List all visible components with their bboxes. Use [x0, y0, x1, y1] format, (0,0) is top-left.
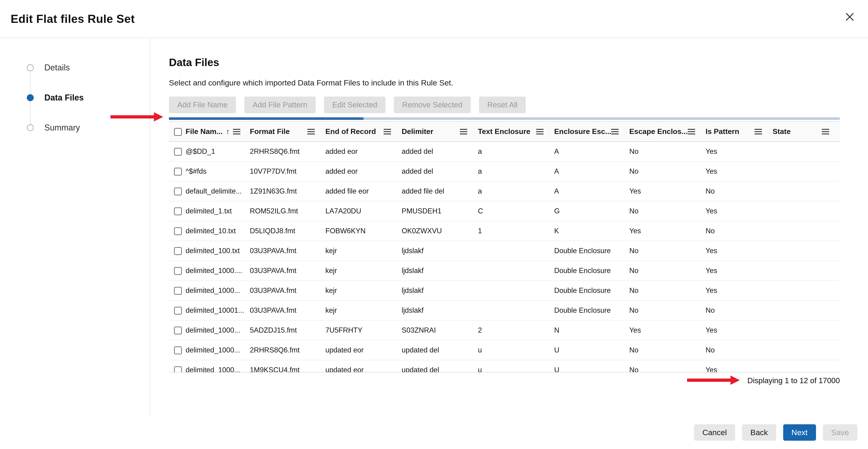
column-label: File Nam... — [186, 127, 222, 136]
table-row[interactable]: delimited_1000... 5ADZDJ15.fmt 7U5FRHTY … — [169, 320, 840, 340]
arrow-shaft — [111, 115, 154, 119]
cell-end-of-record: kejr — [326, 300, 402, 320]
cell-is-pattern: No — [706, 221, 773, 241]
add-file-pattern-button[interactable]: Add File Pattern — [244, 97, 316, 113]
row-checkbox[interactable] — [174, 207, 182, 215]
row-checkbox[interactable] — [174, 267, 182, 275]
close-button[interactable] — [842, 9, 858, 25]
row-checkbox[interactable] — [174, 327, 182, 334]
remove-selected-button[interactable]: Remove Selected — [394, 97, 470, 113]
column-menu-icon[interactable] — [754, 131, 762, 132]
column-header-end-of-record[interactable]: End of Record — [326, 122, 402, 141]
edit-selected-button[interactable]: Edit Selected — [324, 97, 385, 113]
column-menu-icon[interactable] — [822, 131, 829, 132]
column-menu-icon[interactable] — [383, 131, 391, 132]
cell-enclosure-escape: Double Enclosure — [554, 281, 629, 300]
column-menu-icon[interactable] — [536, 131, 544, 132]
column-menu-icon[interactable] — [460, 131, 467, 132]
table-row[interactable]: delimited_1.txt ROM52ILG.fmt LA7A20DU PM… — [169, 201, 840, 221]
column-header-state[interactable]: State — [773, 122, 840, 141]
row-checkbox[interactable] — [174, 188, 182, 195]
cell-file-name: delimited_1.txt — [186, 201, 250, 221]
cell-state — [773, 340, 840, 360]
cell-state — [773, 360, 840, 373]
column-label: Format File — [250, 127, 289, 136]
cell-end-of-record: FOBW6KYN — [326, 221, 402, 241]
cell-format-file: 03U3PAVA.fmt — [250, 300, 326, 320]
column-menu-icon[interactable] — [688, 131, 695, 132]
column-header-format-file[interactable]: Format File — [250, 122, 326, 141]
cell-state — [773, 281, 840, 300]
table-row[interactable]: delimited_1000... 03U3PAVA.fmt kejr ljds… — [169, 281, 840, 300]
cell-escape-enclosure: Yes — [629, 221, 706, 241]
dialog-header: Edit Flat files Rule Set — [0, 0, 868, 38]
scrollbar-thumb[interactable] — [169, 117, 364, 120]
column-label: Delimiter — [402, 127, 433, 136]
row-checkbox[interactable] — [174, 287, 182, 295]
step-summary[interactable]: Summary — [27, 123, 150, 132]
table-row[interactable]: default_delimite... 1Z91N63G.fmt added f… — [169, 181, 840, 201]
cell-delimiter: ljdslakf — [402, 241, 478, 261]
select-all-checkbox[interactable] — [174, 128, 182, 136]
dialog-footer: Cancel Back Next Save — [694, 424, 857, 441]
table-row[interactable]: delimited_1000.... 03U3PAVA.fmt kejr ljd… — [169, 261, 840, 281]
table-row[interactable]: delimited_1000... 1M9KSCU4.fmt updated e… — [169, 360, 840, 373]
column-menu-icon[interactable] — [611, 131, 619, 132]
row-checkbox[interactable] — [174, 247, 182, 255]
column-header-file-name[interactable]: File Nam... ↑ — [186, 122, 250, 141]
cell-enclosure-escape: N — [554, 320, 629, 340]
cell-is-pattern: No — [706, 181, 773, 201]
cell-format-file: D5LIQDJ8.fmt — [250, 221, 326, 241]
cell-is-pattern: Yes — [706, 201, 773, 221]
back-button[interactable]: Back — [742, 424, 776, 441]
step-data-files[interactable]: Data Files — [27, 93, 150, 102]
cell-format-file: 03U3PAVA.fmt — [250, 261, 326, 281]
cell-enclosure-escape: U — [554, 340, 629, 360]
row-checkbox[interactable] — [174, 347, 182, 354]
cell-state — [773, 300, 840, 320]
row-checkbox[interactable] — [174, 148, 182, 156]
cell-enclosure-escape: G — [554, 201, 629, 221]
cancel-button[interactable]: Cancel — [694, 424, 735, 441]
dialog-title: Edit Flat files Rule Set — [11, 12, 135, 26]
table-row[interactable]: delimited_10001... 03U3PAVA.fmt kejr ljd… — [169, 300, 840, 320]
cell-state — [773, 320, 840, 340]
cell-text-enclosure: C — [478, 201, 554, 221]
cell-escape-enclosure: Yes — [629, 181, 706, 201]
step-details[interactable]: Details — [27, 63, 150, 72]
column-header-escape-enclosure[interactable]: Escape Enclos... — [629, 122, 706, 141]
cell-text-enclosure: a — [478, 161, 554, 181]
row-checkbox[interactable] — [174, 307, 182, 315]
column-header-text-enclosure[interactable]: Text Enclosure — [478, 122, 554, 141]
annotation-arrow-scrollbar — [111, 112, 164, 122]
cell-is-pattern: Yes — [706, 161, 773, 181]
save-button[interactable]: Save — [823, 424, 858, 441]
column-header-is-pattern[interactable]: Is Pattern — [706, 122, 773, 141]
column-header-delimiter[interactable]: Delimiter — [402, 122, 478, 141]
table-row[interactable]: delimited_10.txt D5LIQDJ8.fmt FOBW6KYN O… — [169, 221, 840, 241]
step-circle-icon — [27, 64, 34, 71]
column-header-enclosure-escape[interactable]: Enclosure Esc... — [554, 122, 629, 141]
column-menu-icon[interactable] — [233, 131, 240, 132]
column-menu-icon[interactable] — [307, 131, 315, 132]
cell-is-pattern: Yes — [706, 320, 773, 340]
row-checkbox[interactable] — [174, 366, 182, 373]
cell-escape-enclosure: No — [629, 360, 706, 373]
cell-delimiter: ljdslakf — [402, 261, 478, 281]
cell-text-enclosure: 2 — [478, 320, 554, 340]
add-file-name-button[interactable]: Add File Name — [169, 97, 236, 113]
table-row[interactable]: delimited_100.txt 03U3PAVA.fmt kejr ljds… — [169, 241, 840, 261]
table-row[interactable]: delimited_1000... 2RHRS8Q6.fmt updated e… — [169, 340, 840, 360]
reset-all-button[interactable]: Reset All — [479, 97, 526, 113]
table-row[interactable]: ^$#fds 10V7P7DV.fmt added eor added del … — [169, 161, 840, 181]
table-horizontal-scrollbar[interactable] — [169, 117, 840, 120]
cell-escape-enclosure: No — [629, 241, 706, 261]
cell-escape-enclosure: No — [629, 300, 706, 320]
cell-text-enclosure: a — [478, 181, 554, 201]
table-row[interactable]: @$DD_1 2RHRS8Q6.fmt added eor added del … — [169, 141, 840, 161]
cell-format-file: 5ADZDJ15.fmt — [250, 320, 326, 340]
row-checkbox[interactable] — [174, 168, 182, 175]
sort-ascending-icon[interactable]: ↑ — [226, 127, 230, 136]
row-checkbox[interactable] — [174, 227, 182, 235]
next-button[interactable]: Next — [783, 424, 816, 441]
